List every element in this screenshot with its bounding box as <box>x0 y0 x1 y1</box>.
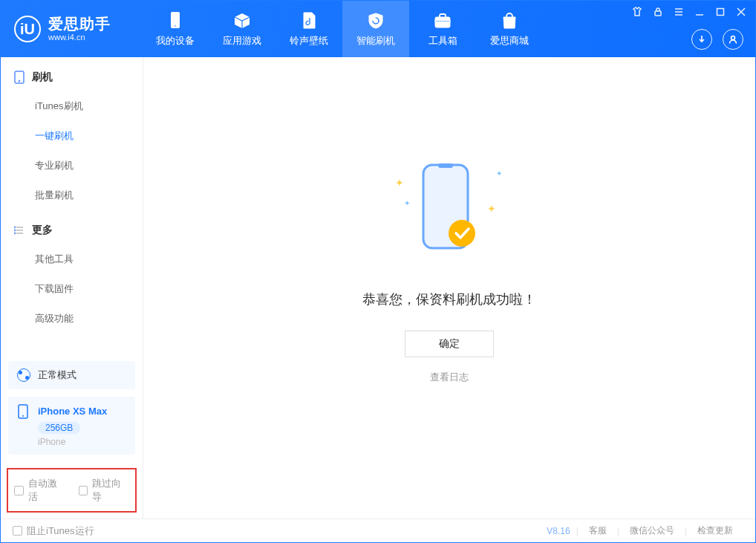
footer-link-update[interactable]: 检查更新 <box>687 524 743 537</box>
nav-ringtones-wallpapers[interactable]: 铃声壁纸 <box>276 1 342 57</box>
top-nav: 我的设备 应用游戏 铃声壁纸 智能刷机 <box>142 1 543 57</box>
logo-text: 爱思助手 www.i4.cn <box>48 15 111 42</box>
sidebar-section-title: 刷机 <box>32 71 53 84</box>
sidebar-item-label: 一键刷机 <box>35 129 74 143</box>
svg-point-10 <box>14 230 16 231</box>
list-icon <box>14 225 25 235</box>
svg-point-13 <box>22 415 24 417</box>
sidebar-more-list: 其他工具 下载固件 高级功能 <box>1 244 143 334</box>
view-log-link[interactable]: 查看日志 <box>430 371 469 384</box>
block-itunes-checkbox[interactable]: 阻止iTunes运行 <box>13 524 94 538</box>
device-small-icon <box>14 71 25 84</box>
menu-icon[interactable] <box>674 7 684 17</box>
sidebar-item-label: iTunes刷机 <box>35 100 83 113</box>
device-phone-icon <box>17 404 30 417</box>
version-label: V8.16 <box>547 526 570 536</box>
svg-point-11 <box>14 233 16 234</box>
main-content: ✦ ✦ ✦ ✦ 恭喜您，保资料刷机成功啦！ 确定 查看日志 <box>143 57 755 518</box>
sidebar-item-oneclick-flash[interactable]: 一键刷机 <box>35 121 143 151</box>
refresh-shield-icon <box>366 11 385 30</box>
header-action-buttons <box>691 29 743 50</box>
nav-label: 智能刷机 <box>356 34 395 48</box>
sidebar-item-pro-flash[interactable]: 专业刷机 <box>35 151 143 181</box>
svg-rect-3 <box>435 21 450 22</box>
briefcase-icon <box>433 11 452 30</box>
svg-rect-4 <box>655 11 661 16</box>
device-info-box[interactable]: iPhone XS Max 256GB iPhone <box>8 397 135 455</box>
skip-guide-checkbox[interactable]: 跳过向导 <box>79 477 130 504</box>
sparkle-icon: ✦ <box>496 169 502 178</box>
sidebar-item-label: 高级功能 <box>35 312 74 325</box>
shopping-bag-icon <box>500 11 519 30</box>
sidebar-item-label: 专业刷机 <box>35 159 74 172</box>
ok-button[interactable]: 确定 <box>405 331 494 357</box>
app-title: 爱思助手 <box>48 15 111 33</box>
tshirt-icon[interactable] <box>632 7 642 17</box>
sidebar-section-more: 更多 <box>1 210 143 244</box>
body: 刷机 iTunes刷机 一键刷机 专业刷机 批量刷机 更多 其他工具 下载固件 … <box>1 57 755 518</box>
svg-rect-15 <box>438 163 453 168</box>
checkbox-label: 跳过向导 <box>92 477 129 504</box>
sidebar-item-label: 批量刷机 <box>35 189 74 202</box>
svg-point-8 <box>19 80 20 82</box>
header: iU 爱思助手 www.i4.cn 我的设备 应用游戏 <box>1 1 755 57</box>
success-illustration: ✦ ✦ ✦ ✦ <box>417 162 481 261</box>
footer-link-wechat[interactable]: 微信公众号 <box>619 524 685 537</box>
nav-toolbox[interactable]: 工具箱 <box>409 1 476 57</box>
cube-icon <box>232 11 252 30</box>
mode-icon <box>17 368 30 382</box>
sidebar-item-label: 其他工具 <box>35 253 74 266</box>
close-icon[interactable] <box>736 7 746 17</box>
nav-label: 应用游戏 <box>223 34 261 48</box>
nav-smart-flash[interactable]: 智能刷机 <box>342 1 409 57</box>
app-subtitle: www.i4.cn <box>48 33 111 42</box>
minimize-icon[interactable] <box>694 7 705 17</box>
sparkle-icon: ✦ <box>395 177 404 189</box>
device-type: iPhone <box>38 437 126 447</box>
mode-status-box[interactable]: 正常模式 <box>8 361 135 389</box>
sidebar-flash-list: iTunes刷机 一键刷机 专业刷机 批量刷机 <box>1 91 143 210</box>
checkbox-icon <box>13 526 22 536</box>
nav-label: 工具箱 <box>428 34 457 48</box>
app-window: iU 爱思助手 www.i4.cn 我的设备 应用游戏 <box>0 0 756 543</box>
nav-store[interactable]: 爱思商城 <box>476 1 543 57</box>
mode-label: 正常模式 <box>38 368 76 382</box>
sidebar-section-title: 更多 <box>32 224 53 237</box>
nav-my-device[interactable]: 我的设备 <box>142 1 209 57</box>
view-log-label: 查看日志 <box>430 371 469 383</box>
nav-label: 爱思商城 <box>490 34 529 48</box>
svg-point-16 <box>449 220 475 247</box>
checkbox-label: 阻止iTunes运行 <box>27 524 94 538</box>
sidebar-item-label: 下载固件 <box>35 282 74 296</box>
auto-activate-checkbox[interactable]: 自动激活 <box>14 477 65 504</box>
sparkle-icon: ✦ <box>487 203 496 215</box>
maximize-icon[interactable] <box>715 7 726 17</box>
lock-icon[interactable] <box>653 7 663 17</box>
svg-point-6 <box>731 36 735 40</box>
device-capacity: 256GB <box>38 422 80 434</box>
device-name: iPhone XS Max <box>38 406 107 417</box>
footer-link-support[interactable]: 客服 <box>579 524 617 537</box>
sidebar: 刷机 iTunes刷机 一键刷机 专业刷机 批量刷机 更多 其他工具 下载固件 … <box>1 57 143 518</box>
checkbox-icon <box>14 486 24 495</box>
success-message: 恭喜您，保资料刷机成功啦！ <box>362 290 536 308</box>
nav-label: 我的设备 <box>156 34 195 48</box>
footer: 阻止iTunes运行 V8.16 | 客服 | 微信公众号 | 检查更新 <box>1 518 755 542</box>
phone-success-icon <box>417 162 481 259</box>
sidebar-item-advanced[interactable]: 高级功能 <box>35 304 143 334</box>
download-button[interactable] <box>691 29 712 50</box>
sidebar-item-download-firmware[interactable]: 下载固件 <box>35 274 143 304</box>
nav-apps-games[interactable]: 应用游戏 <box>209 1 276 57</box>
sidebar-item-batch-flash[interactable]: 批量刷机 <box>35 181 143 210</box>
app-logo-icon: iU <box>14 16 41 42</box>
logo-area: iU 爱思助手 www.i4.cn <box>1 1 142 57</box>
checkbox-icon <box>79 486 88 495</box>
checkbox-label: 自动激活 <box>28 477 65 504</box>
svg-rect-5 <box>717 9 724 16</box>
svg-point-1 <box>175 25 177 27</box>
sidebar-item-other-tools[interactable]: 其他工具 <box>35 244 143 274</box>
titlebar-controls <box>632 7 746 17</box>
sidebar-item-itunes-flash[interactable]: iTunes刷机 <box>35 91 143 121</box>
user-button[interactable] <box>723 29 743 50</box>
sparkle-icon: ✦ <box>404 199 410 207</box>
